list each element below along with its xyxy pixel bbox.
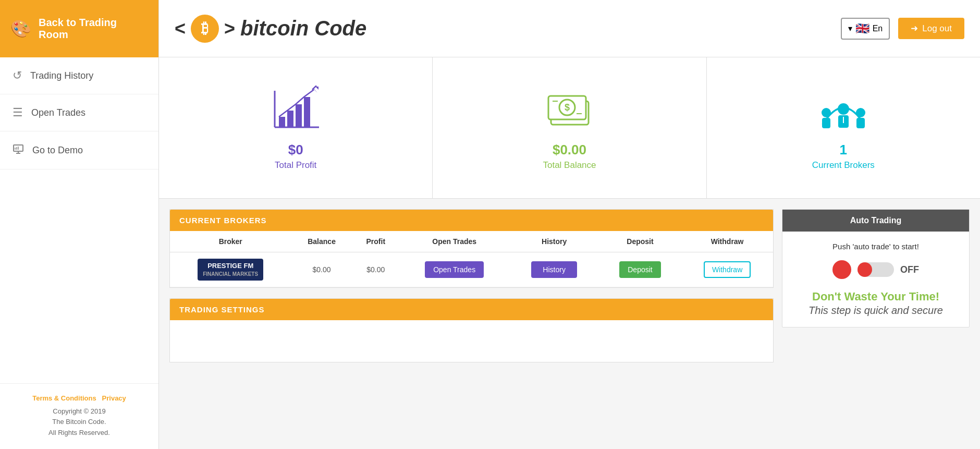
broker-logo-cell: PRESTIGE FM FINANCIAL MARKETS xyxy=(170,252,291,287)
toggle-state-label: OFF xyxy=(900,264,919,275)
col-header-broker: Broker xyxy=(170,231,291,252)
trading-settings-body xyxy=(170,320,773,362)
language-selector[interactable]: ▾ 🇬🇧 En xyxy=(841,18,890,40)
current-brokers-section: CURRENT BROKERS Broker Balance Profit Op… xyxy=(169,209,774,288)
sidebar-item-label: Trading History xyxy=(30,70,93,81)
col-header-history: History xyxy=(510,231,599,252)
open-trades-button[interactable]: Open Trades xyxy=(425,261,484,278)
auto-trading-header: Auto Trading xyxy=(782,210,969,232)
toggle-knob xyxy=(858,262,872,277)
svg-line-13 xyxy=(312,86,316,90)
broker-logo: PRESTIGE FM FINANCIAL MARKETS xyxy=(198,259,263,281)
back-icon: 🎨 xyxy=(10,19,31,39)
total-profit-icon xyxy=(270,86,322,135)
broker-withdraw-cell: Withdraw xyxy=(681,252,773,287)
page-body: $0 Total Profit $ xyxy=(159,57,980,449)
col-header-balance: Balance xyxy=(291,231,352,252)
svg-rect-27 xyxy=(856,118,865,128)
logo-left-bracket: < xyxy=(175,18,186,40)
copyright-text: Copyright © 2019 The Bitcoin Code. All R… xyxy=(13,406,146,439)
table-row: PRESTIGE FM FINANCIAL MARKETS $0.00 $0.0… xyxy=(170,252,773,287)
col-header-deposit: Deposit xyxy=(599,231,681,252)
col-header-withdraw: Withdraw xyxy=(681,231,773,252)
current-brokers-value: 1 xyxy=(840,142,847,158)
svg-point-23 xyxy=(838,103,849,115)
sidebar-item-label: Go to Demo xyxy=(32,145,83,156)
svg-rect-22 xyxy=(822,118,830,128)
demo-icon xyxy=(13,143,24,157)
sidebar-footer: Terms & Conditions Privacy Copyright © 2… xyxy=(0,383,158,449)
toggle-track[interactable] xyxy=(858,262,894,277)
auto-trading-panel: Auto Trading Push 'auto trade' to start!… xyxy=(782,209,970,327)
svg-rect-9 xyxy=(287,111,293,127)
sidebar: 🎨 Back to Trading Room ↺ Trading History… xyxy=(0,0,159,449)
total-profit-value: $0 xyxy=(288,142,303,158)
content-wrapper: CURRENT BROKERS Broker Balance Profit Op… xyxy=(159,199,980,373)
promo-line2: This step is quick and secure xyxy=(793,305,959,317)
header-right: ▾ 🇬🇧 En ➜ Log out xyxy=(841,18,964,40)
col-header-open-trades: Open Trades xyxy=(399,231,510,252)
svg-rect-10 xyxy=(296,104,302,127)
logo-area: < ₿ > bitcoin Code xyxy=(175,15,366,43)
col-header-profit: Profit xyxy=(352,231,399,252)
stat-card-total-balance: $ $0.00 Total Balance xyxy=(433,57,706,198)
history-icon: ↺ xyxy=(13,69,22,82)
total-balance-icon: $ xyxy=(543,86,595,135)
sidebar-item-go-to-demo[interactable]: Go to Demo xyxy=(0,131,158,169)
back-to-trading-room-button[interactable]: 🎨 Back to Trading Room xyxy=(0,0,158,57)
history-button[interactable]: History xyxy=(531,261,577,278)
svg-text:$: $ xyxy=(565,102,570,113)
stat-card-current-brokers: 1 Current Brokers xyxy=(707,57,980,198)
svg-point-21 xyxy=(822,108,831,117)
auto-trading-body: Push 'auto trade' to start! OFF Don't Wa… xyxy=(782,232,969,327)
brokers-table: Broker Balance Profit Open Trades Histor… xyxy=(170,231,773,287)
trading-settings-header: TRADING SETTINGS xyxy=(170,299,773,320)
current-brokers-header: CURRENT BROKERS xyxy=(170,210,773,231)
broker-balance-cell: $0.00 xyxy=(291,252,352,287)
total-balance-label: Total Balance xyxy=(543,160,596,171)
trading-settings-section: TRADING SETTINGS xyxy=(169,298,774,362)
sidebar-item-open-trades[interactable]: ☰ Open Trades xyxy=(0,94,158,131)
promo-line1: Don't Waste Your Time! xyxy=(793,289,959,305)
logout-icon: ➜ xyxy=(911,23,918,34)
main-content: < ₿ > bitcoin Code ▾ 🇬🇧 En ➜ Log out xyxy=(159,0,980,449)
stats-row: $0 Total Profit $ xyxy=(159,57,980,199)
header: < ₿ > bitcoin Code ▾ 🇬🇧 En ➜ Log out xyxy=(159,0,980,57)
current-brokers-label: Current Brokers xyxy=(812,160,875,171)
logo-right-bracket: > xyxy=(224,18,235,40)
logo-text: bitcoin Code xyxy=(240,17,366,40)
svg-rect-11 xyxy=(304,97,310,127)
current-brokers-icon xyxy=(815,86,872,135)
open-trades-icon: ☰ xyxy=(13,106,23,119)
total-balance-value: $0.00 xyxy=(553,142,586,158)
side-column: Auto Trading Push 'auto trade' to start!… xyxy=(782,209,970,362)
chevron-down-icon: ▾ xyxy=(848,23,852,33)
privacy-link[interactable]: Privacy xyxy=(102,394,126,402)
broker-open-trades-cell: Open Trades xyxy=(399,252,510,287)
language-label: En xyxy=(873,24,883,33)
withdraw-button[interactable]: Withdraw xyxy=(704,261,751,278)
flag-icon: 🇬🇧 xyxy=(855,22,869,35)
logout-label: Log out xyxy=(922,23,952,34)
logout-button[interactable]: ➜ Log out xyxy=(898,18,964,39)
broker-profit-cell: $0.00 xyxy=(352,252,399,287)
auto-trading-description: Push 'auto trade' to start! xyxy=(793,242,959,251)
sidebar-nav: ↺ Trading History ☰ Open Trades Go to De… xyxy=(0,57,158,383)
deposit-button[interactable]: Deposit xyxy=(619,261,660,278)
broker-history-cell: History xyxy=(510,252,599,287)
stat-card-total-profit: $0 Total Profit xyxy=(159,57,433,198)
terms-link[interactable]: Terms & Conditions xyxy=(32,394,96,402)
bitcoin-logo-coin: ₿ xyxy=(191,15,219,43)
broker-deposit-cell: Deposit xyxy=(599,252,681,287)
back-button-label: Back to Trading Room xyxy=(39,17,148,41)
auto-trading-toggle-row: OFF xyxy=(793,260,959,279)
main-column: CURRENT BROKERS Broker Balance Profit Op… xyxy=(169,209,774,362)
total-profit-label: Total Profit xyxy=(275,160,316,171)
sidebar-item-label: Open Trades xyxy=(31,107,85,118)
sidebar-item-trading-history[interactable]: ↺ Trading History xyxy=(0,57,158,94)
svg-rect-8 xyxy=(279,117,285,127)
svg-marker-14 xyxy=(315,87,318,90)
toggle-circle[interactable] xyxy=(832,260,851,279)
svg-point-26 xyxy=(856,108,865,117)
